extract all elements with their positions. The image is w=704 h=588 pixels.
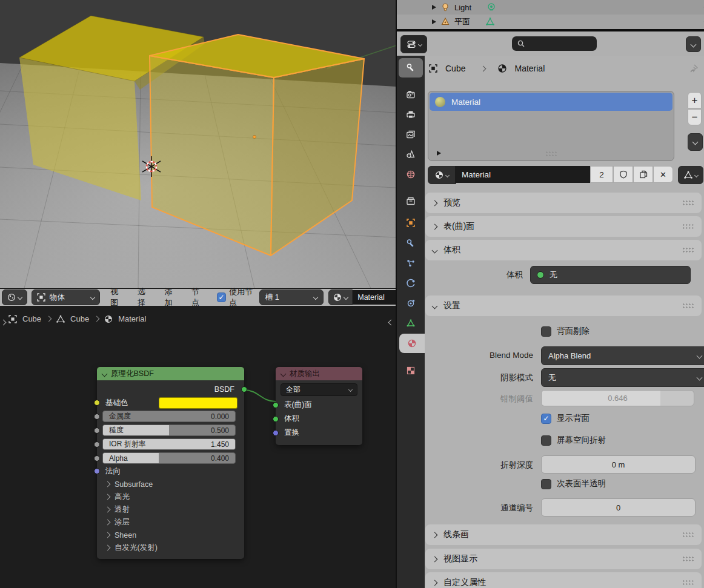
breadcrumb-object[interactable]: Cube [445, 64, 465, 73]
panel-line-art[interactable]: 线条画 [425, 524, 702, 545]
volume-input-socket[interactable] [273, 416, 279, 422]
panel-grip[interactable] [682, 303, 694, 309]
metallic-socket[interactable] [94, 414, 100, 420]
show-backface-label[interactable]: 显示背面 [557, 413, 589, 424]
header-options-button[interactable] [686, 36, 701, 52]
menu-select[interactable]: 选择 [135, 286, 155, 308]
editor-type-button[interactable] [400, 35, 427, 53]
screen-space-refraction-label[interactable]: 屏幕空间折射 [557, 435, 606, 446]
backface-culling-checkbox[interactable] [541, 326, 551, 337]
fake-user-button[interactable] [613, 166, 633, 183]
panel-settings[interactable]: 设置 [425, 296, 702, 316]
tab-view-layer[interactable] [399, 125, 423, 144]
tab-tool[interactable] [399, 58, 423, 78]
tab-render[interactable] [399, 85, 423, 104]
subsurface-translucency-label[interactable]: 次表面半透明 [557, 478, 606, 489]
ior-socket[interactable] [94, 441, 100, 448]
tab-scene[interactable] [399, 145, 423, 164]
material-name-field[interactable]: Material [455, 166, 590, 183]
alpha-socket[interactable] [94, 455, 100, 461]
material-slot-row-selected[interactable]: Material [430, 93, 672, 111]
material-name-field[interactable]: Material [353, 290, 396, 305]
tab-collection[interactable] [399, 191, 423, 211]
roughness-slider[interactable]: 糙度 0.500 [102, 424, 236, 436]
tab-output[interactable] [399, 105, 423, 124]
panel-grip[interactable] [682, 532, 694, 538]
panel-volume[interactable]: 体积 [425, 240, 702, 260]
section-emission[interactable]: 自发光(发射) [97, 541, 244, 554]
panel-grip[interactable] [682, 223, 694, 230]
menu-add[interactable]: 添加 [162, 286, 182, 308]
mesh-data-icon[interactable] [485, 17, 495, 27]
principled-bsdf-node[interactable]: 原理化BSDF BSDF 基础色 金属度 0.000 [97, 367, 244, 559]
blend-mode-dropdown[interactable]: Alpha Blend [541, 346, 704, 365]
base-color-socket[interactable] [94, 400, 100, 406]
tab-particles[interactable] [399, 254, 423, 273]
breadcrumb-material[interactable]: Material [514, 64, 545, 73]
chevron-down-icon[interactable] [281, 371, 287, 377]
link-target-button[interactable] [678, 166, 703, 184]
search-field[interactable] [512, 36, 597, 51]
backface-culling-label[interactable]: 背面剔除 [557, 326, 589, 337]
use-nodes-checkbox[interactable]: ✓ [217, 292, 226, 302]
section-sheen[interactable]: Sheen [97, 529, 244, 541]
material-browse-button[interactable] [428, 166, 456, 184]
new-material-button[interactable] [633, 166, 653, 183]
tab-modifiers[interactable] [399, 234, 423, 253]
refraction-depth-field[interactable]: 0 m [541, 455, 696, 474]
section-specular[interactable]: 高光 [97, 491, 244, 503]
alpha-slider[interactable]: Alpha 0.400 [102, 452, 236, 464]
section-transmission[interactable]: 透射 [97, 503, 244, 516]
tab-object-data[interactable] [399, 314, 423, 333]
subsurface-translucency-checkbox[interactable] [541, 479, 551, 489]
outliner-row-light[interactable]: Light [397, 0, 704, 15]
material-slot-list[interactable]: Material [428, 91, 674, 161]
add-slot-button[interactable]: + [688, 92, 702, 108]
roughness-socket[interactable] [94, 428, 100, 434]
use-nodes-label[interactable]: 使用节点 [229, 286, 259, 308]
show-backface-checkbox[interactable]: ✓ [541, 414, 551, 424]
material-output-node[interactable]: 材质输出 全部 表(曲)面 体积 置换 [276, 367, 362, 445]
panel-grip[interactable] [682, 556, 694, 562]
point-light-data-icon[interactable] [486, 2, 496, 12]
slot-specials-button[interactable] [688, 133, 703, 151]
tab-world[interactable] [399, 165, 423, 184]
chevron-down-icon[interactable] [102, 371, 108, 377]
slot-dropdown[interactable]: 槽 1 [259, 289, 324, 305]
output-target-dropdown[interactable]: 全部 [281, 383, 357, 396]
bsdf-output-socket[interactable] [241, 386, 247, 392]
tab-material[interactable] [399, 334, 425, 353]
panel-grip[interactable] [682, 580, 694, 586]
tab-constraints[interactable] [399, 294, 423, 313]
expand-triangle-icon[interactable] [432, 5, 436, 10]
outliner-item-label[interactable]: 平面 [454, 16, 470, 27]
panel-grip[interactable] [682, 200, 694, 206]
section-subsurface[interactable]: Subsurface [97, 478, 244, 491]
tab-texture[interactable] [399, 361, 423, 380]
shadow-mode-dropdown[interactable]: 无 [541, 368, 704, 387]
normal-socket[interactable] [94, 468, 100, 474]
3d-viewport[interactable] [0, 0, 396, 288]
section-coat[interactable]: 涂层 [97, 516, 244, 529]
clip-threshold-slider[interactable]: 0.646 [541, 390, 694, 406]
surface-input-socket[interactable] [273, 402, 279, 408]
metallic-slider[interactable]: 金属度 0.000 [102, 411, 236, 422]
list-resize-grip[interactable] [545, 151, 557, 157]
expand-triangle-icon[interactable] [432, 19, 436, 24]
editor-type-button[interactable] [2, 289, 27, 305]
bsdf-node-header[interactable]: 原理化BSDF [97, 367, 244, 380]
outliner-row-plane[interactable]: 平面 [397, 15, 704, 29]
output-node-header[interactable]: 材质输出 [276, 367, 362, 380]
panel-custom-properties[interactable]: 自定义属性 [425, 572, 702, 588]
menu-node[interactable]: 节点 [189, 286, 209, 308]
screen-space-refraction-checkbox[interactable] [541, 435, 551, 446]
pin-icon[interactable] [689, 64, 699, 73]
tab-physics[interactable] [399, 274, 423, 293]
shader-node-editor[interactable]: Cube Cube Material 原理化BSDF BSDF [0, 306, 396, 588]
pass-index-field[interactable]: 0 [541, 498, 696, 517]
base-color-swatch[interactable] [159, 397, 237, 409]
volume-shader-button[interactable]: 无 [530, 266, 691, 284]
material-browse-button[interactable] [328, 289, 353, 305]
remove-slot-button[interactable]: − [688, 109, 702, 125]
unlink-material-button[interactable]: ✕ [653, 166, 673, 183]
